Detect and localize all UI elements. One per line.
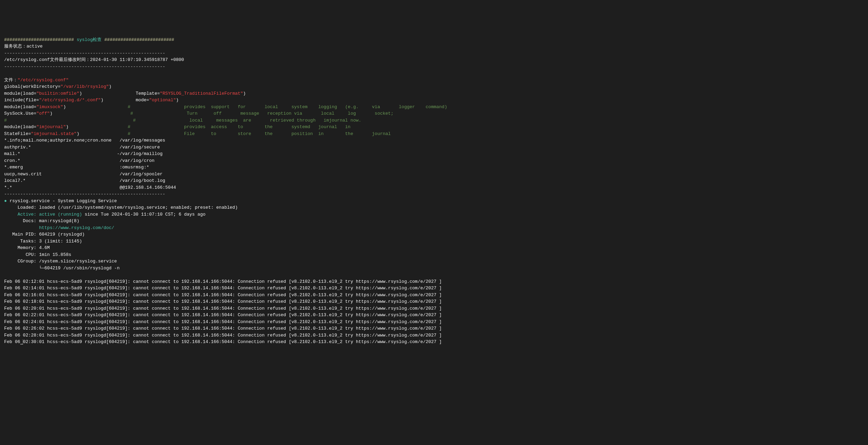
header-line1: ########################## syslog检查 ####… (4, 37, 447, 345)
terminal-output: ########################## syslog检查 ####… (4, 30, 864, 345)
